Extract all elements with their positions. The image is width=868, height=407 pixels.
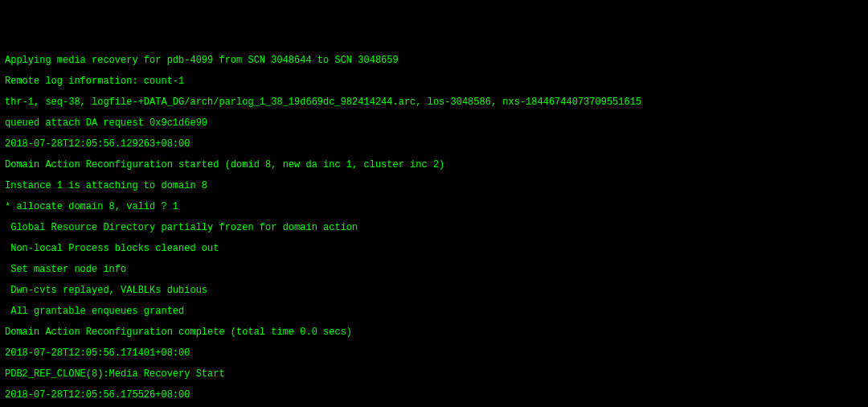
log-line: * allocate domain 8, valid ? 1: [5, 202, 863, 212]
log-line: Domain Action Reconfiguration started (d…: [5, 160, 863, 171]
log-line: Remote log information: count-1: [5, 76, 863, 87]
log-line: Global Resource Directory partially froz…: [5, 223, 863, 233]
log-line: Set master node info: [5, 265, 863, 275]
log-line: 2018-07-28T12:05:56.171401+08:00: [5, 348, 863, 359]
log-line: thr-1, seq-38, logfile-+DATA_DG/arch/par…: [5, 97, 863, 108]
log-line: Domain Action Reconfiguration complete (…: [5, 327, 863, 338]
log-line: 2018-07-28T12:05:56.129263+08:00: [5, 139, 863, 150]
terminal-output: Applying media recovery for pdb-4099 fro…: [5, 45, 863, 407]
log-line: 2018-07-28T12:05:56.175526+08:00: [5, 390, 863, 401]
log-line: Applying media recovery for pdb-4099 fro…: [5, 56, 863, 66]
log-line: queued attach DA request 0x9c1d6e90: [5, 118, 863, 129]
log-line: Instance 1 is attaching to domain 8: [5, 181, 863, 191]
log-line: Dwn-cvts replayed, VALBLKs dubious: [5, 286, 863, 296]
log-line: All grantable enqueues granted: [5, 306, 863, 317]
log-line: PDB2_REF_CLONE(8):Media Recovery Start: [5, 369, 863, 380]
log-line: Non-local Process blocks cleaned out: [5, 244, 863, 254]
